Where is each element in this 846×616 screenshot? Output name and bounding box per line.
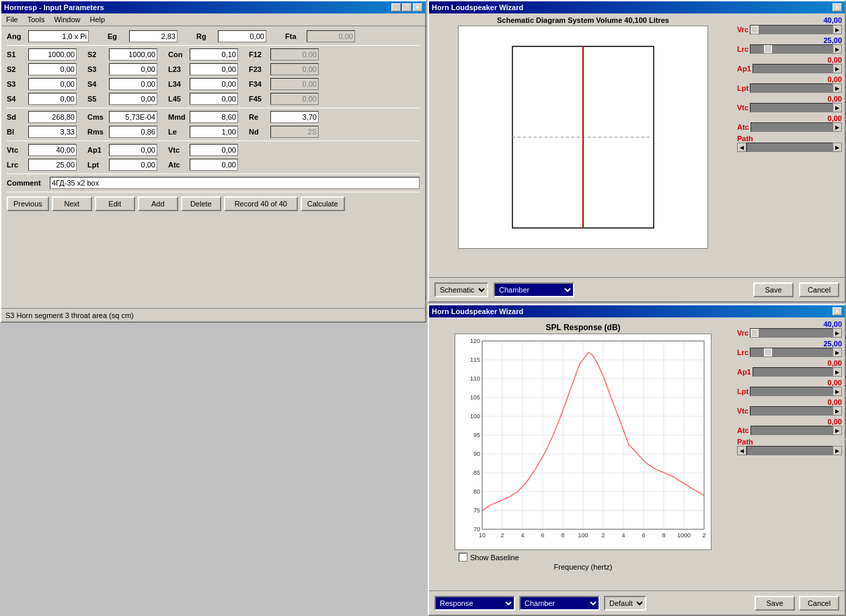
lpt-slider-bot[interactable] <box>750 387 833 396</box>
wizard-top-cancel[interactable]: Cancel <box>799 282 839 297</box>
eg-input[interactable] <box>129 30 178 42</box>
nd-input[interactable] <box>270 126 319 138</box>
wizard-bottom-dropdown1[interactable]: Response <box>434 596 515 611</box>
show-baseline-checkbox[interactable] <box>459 553 467 562</box>
wizard-bottom-bottom-bar: Response Chamber Default Save Cancel <box>429 590 845 615</box>
vtc-input[interactable] <box>28 144 77 156</box>
ap1-arrow-top[interactable]: ▶ <box>833 64 842 73</box>
lrc-slider-top[interactable] <box>750 44 833 54</box>
wizard-top-save[interactable]: Save <box>753 282 794 297</box>
l34-input[interactable] <box>190 78 238 90</box>
s4-right-input[interactable] <box>109 78 157 90</box>
menu-window[interactable]: Window <box>52 15 82 24</box>
atc-arrow-top[interactable]: ▶ <box>833 122 842 132</box>
f45-input[interactable] <box>270 93 319 105</box>
vtc-slider-bot[interactable] <box>750 406 833 416</box>
l23-label: L23 <box>168 65 187 73</box>
wizard-bottom-save[interactable]: Save <box>755 596 795 611</box>
re-input[interactable] <box>270 111 319 123</box>
atc-slider-top[interactable] <box>751 122 833 132</box>
row-vtc: Vtc Ap1 Vtc <box>7 144 420 156</box>
row-sd: Sd Cms Mmd Re <box>7 111 420 123</box>
lpt-slider-top[interactable] <box>750 83 833 93</box>
path-slider-top[interactable] <box>746 143 833 152</box>
path-slider-bot[interactable] <box>746 446 833 455</box>
next-button[interactable]: Next <box>52 196 92 211</box>
menu-file[interactable]: File <box>4 15 20 24</box>
vtc-slider-top[interactable] <box>750 103 833 112</box>
f23-input[interactable] <box>270 63 319 75</box>
wizard-top-close[interactable]: × <box>833 3 842 11</box>
path-arrow-right-bot[interactable]: ▶ <box>833 446 842 455</box>
wizard-bottom-dropdown3[interactable]: Default <box>604 596 646 611</box>
ang-input[interactable] <box>28 30 89 42</box>
vrc-slider-top[interactable] <box>750 25 833 34</box>
s3-input[interactable] <box>28 78 77 90</box>
vrc-arrow-top[interactable]: ▶ <box>833 25 842 34</box>
ap1-slider-top[interactable] <box>753 64 833 73</box>
path-arrow-left-top[interactable]: ◀ <box>737 143 746 152</box>
ap1-slider-bot[interactable] <box>753 367 833 377</box>
vtc2-input[interactable] <box>190 144 238 156</box>
wizard-top-dropdown2[interactable]: Chamber <box>494 282 574 297</box>
wizard-top-right-panel: 40,00 Vrc ▶ 25,00 Lrc ▶ 0,00 Ap1 ▶ <box>737 13 845 277</box>
vrc-slider-bot[interactable] <box>750 328 833 338</box>
comment-input[interactable] <box>50 177 420 189</box>
l23-input[interactable] <box>190 63 238 75</box>
ap1-arrow-bot[interactable]: ▶ <box>833 367 842 377</box>
vtc-arrow-bot[interactable]: ▶ <box>833 406 842 416</box>
edit-button[interactable]: Edit <box>95 196 135 211</box>
close-button[interactable]: × <box>413 3 422 11</box>
lrc-arrow-bot[interactable]: ▶ <box>833 348 842 357</box>
lrc-input[interactable] <box>28 159 77 171</box>
s2-input[interactable] <box>28 63 77 75</box>
atc-arrow-bot[interactable]: ▶ <box>833 426 842 435</box>
add-button[interactable]: Add <box>138 196 178 211</box>
s5-input[interactable] <box>109 93 157 105</box>
con-input[interactable] <box>190 48 238 61</box>
s2-right-input[interactable] <box>109 48 157 61</box>
menu-help[interactable]: Help <box>88 15 108 24</box>
maximize-button[interactable]: □ <box>402 3 412 11</box>
wizard-bottom-close[interactable]: × <box>833 307 842 315</box>
wizard-bottom-dropdown2[interactable]: Chamber <box>519 596 600 611</box>
lpt-input[interactable] <box>109 159 157 171</box>
path-arrow-left-bot[interactable]: ◀ <box>737 446 746 455</box>
record-button[interactable]: Record 40 of 40 <box>224 196 298 211</box>
s3-right-input[interactable] <box>109 63 157 75</box>
ap1-input[interactable] <box>109 144 157 156</box>
delete-button[interactable]: Delete <box>181 196 221 211</box>
calculate-button[interactable]: Calculate <box>301 196 345 211</box>
atc-input[interactable] <box>190 159 238 171</box>
mmd-input[interactable] <box>190 111 238 123</box>
menu-tools[interactable]: Tools <box>26 15 47 24</box>
ap1-label-bot: Ap1 <box>737 368 751 376</box>
minimize-button[interactable]: _ <box>391 3 401 11</box>
lpt-arrow-bot[interactable]: ▶ <box>833 387 842 396</box>
rg-input[interactable] <box>218 30 266 42</box>
wizard-bottom-cancel[interactable]: Cancel <box>799 596 839 611</box>
path-arrow-right-top[interactable]: ▶ <box>833 143 842 152</box>
le-input[interactable] <box>190 126 238 138</box>
atc-slider-bot[interactable] <box>751 426 833 435</box>
rms-input[interactable] <box>109 126 157 138</box>
f12-input[interactable] <box>270 48 319 61</box>
sd-input[interactable] <box>28 111 77 123</box>
fta-input[interactable] <box>307 30 355 42</box>
cms-input[interactable] <box>109 111 157 123</box>
divider1 <box>7 45 420 46</box>
bl-input[interactable] <box>28 126 77 138</box>
f34-input[interactable] <box>270 78 319 90</box>
s4-input[interactable] <box>28 93 77 105</box>
wizard-top-dropdown1[interactable]: Schematic <box>434 282 488 297</box>
vrc-arrow-bot[interactable]: ▶ <box>833 328 842 338</box>
s1-input[interactable] <box>28 48 77 61</box>
row-s3: S3 S4 L34 F34 <box>7 78 420 90</box>
vtc-arrow-top[interactable]: ▶ <box>833 103 842 112</box>
lpt-arrow-top[interactable]: ▶ <box>833 83 842 93</box>
lrc-arrow-top[interactable]: ▶ <box>833 44 842 54</box>
input-content: Ang Eg Rg Fta S1 S2 Con F12 <box>1 26 425 219</box>
l45-input[interactable] <box>190 93 238 105</box>
previous-button[interactable]: Previous <box>7 196 49 211</box>
lrc-slider-bot[interactable] <box>750 348 833 357</box>
